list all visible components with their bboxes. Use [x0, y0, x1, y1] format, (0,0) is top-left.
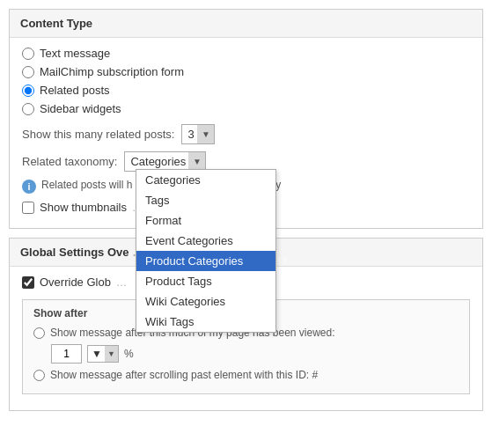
taxonomy-dropdown: Categories Tags Format Event Categories … — [136, 169, 276, 333]
show-after-unit-wrapper: ▼ ▼ — [87, 345, 119, 363]
radio-sidebar-widgets[interactable]: Sidebar widgets — [22, 102, 470, 115]
percent-label: % — [124, 348, 134, 360]
cursor-hand-icon: ☞ — [277, 252, 291, 271]
text-message-label: Text message — [40, 47, 110, 60]
show-after-unit-select[interactable]: ▼ — [87, 345, 119, 363]
global-settings-title: Global Settings Ove — [20, 246, 129, 259]
product-categories-label: Product Categories — [145, 254, 243, 268]
show-after-option2-row[interactable]: Show message after scrolling past elemen… — [33, 369, 459, 381]
show-many-select[interactable]: 3 4 5 — [181, 124, 215, 144]
show-after-radio-1[interactable] — [33, 327, 45, 339]
show-after-value-row: ▼ ▼ % — [51, 344, 459, 364]
show-thumbnail-label: Show thumbnails — [40, 201, 127, 214]
dropdown-item-wiki-tags[interactable]: Wiki Tags — [136, 312, 275, 332]
content-type-radio-group: Text message MailChimp subscription form… — [22, 47, 470, 115]
content-type-header: Content Type — [10, 10, 482, 38]
show-after-option2-label: Show message after scrolling past elemen… — [50, 369, 318, 381]
override-ellipsis: … — [116, 276, 127, 289]
related-taxonomy-label: Related taxonomy: — [22, 155, 117, 168]
dropdown-item-tags[interactable]: Tags — [136, 190, 275, 210]
show-many-select-wrapper: 3 4 5 ▼ — [181, 124, 215, 144]
dropdown-item-wiki-categories[interactable]: Wiki Categories — [136, 291, 275, 312]
override-checkbox[interactable] — [22, 276, 34, 289]
info-icon: i — [22, 180, 36, 194]
dropdown-item-product-categories[interactable]: Product Categories ☞ — [136, 251, 275, 271]
radio-text-message[interactable]: Text message — [22, 47, 470, 60]
dropdown-item-categories[interactable]: Categories — [136, 170, 275, 190]
radio-mailchimp[interactable]: MailChimp subscription form — [22, 65, 470, 78]
show-thumbnail-checkbox[interactable] — [22, 202, 34, 214]
content-type-title: Content Type — [20, 17, 92, 30]
mailchimp-label: MailChimp subscription form — [40, 65, 184, 78]
sidebar-widgets-label: Sidebar widgets — [40, 102, 121, 115]
override-label: Override Glob — [40, 275, 111, 289]
show-many-label: Show this many related posts: — [22, 128, 174, 141]
show-after-value-input[interactable] — [51, 344, 82, 364]
related-posts-label: Related posts — [40, 84, 110, 97]
dropdown-item-format[interactable]: Format — [136, 210, 275, 231]
dropdown-item-product-tags[interactable]: Product Tags — [136, 271, 275, 291]
dropdown-item-event-categories[interactable]: Event Categories — [136, 231, 275, 251]
show-after-radio-2[interactable] — [33, 370, 45, 381]
show-many-row: Show this many related posts: 3 4 5 ▼ — [22, 124, 470, 144]
radio-related-posts[interactable]: Related posts — [22, 84, 470, 97]
info-text-start: Related posts will h — [41, 179, 132, 191]
